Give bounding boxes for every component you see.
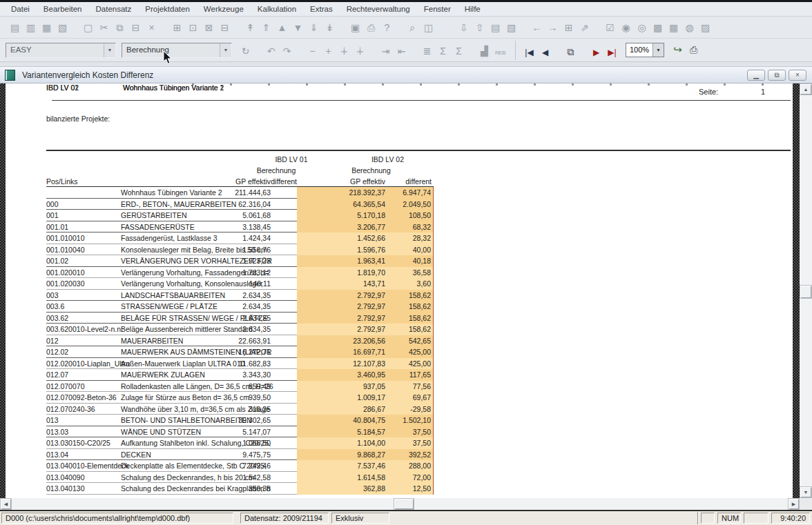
- menu-item[interactable]: Extras: [303, 3, 340, 14]
- profile-combobox[interactable]: EASY ▼: [6, 43, 116, 58]
- separator[interactable]: [338, 20, 347, 35]
- indent-right-icon[interactable]: ⇥: [378, 43, 394, 59]
- add-sub-icon[interactable]: ∔: [336, 43, 352, 59]
- report-edit-icon[interactable]: ▧: [503, 20, 519, 35]
- tools-icon[interactable]: ▨: [697, 20, 713, 35]
- chevron-down-icon[interactable]: ▼: [104, 43, 115, 57]
- indent-left-icon[interactable]: ⇤: [394, 43, 409, 59]
- go-up-icon[interactable]: ▲: [274, 20, 290, 35]
- subtotal-icon[interactable]: Ʃ: [435, 43, 451, 59]
- sum-icon[interactable]: Σ: [451, 43, 467, 59]
- separator[interactable]: [519, 20, 529, 35]
- chevron-down-icon[interactable]: ▼: [220, 43, 231, 57]
- menu-item[interactable]: Kalkulation: [251, 3, 303, 14]
- mode-combobox[interactable]: Berechnung ▼: [122, 43, 232, 58]
- report-add-icon[interactable]: ▤: [487, 20, 503, 35]
- separator[interactable]: [553, 40, 563, 55]
- separator[interactable]: [70, 20, 80, 35]
- vertical-scroll-thumb[interactable]: [800, 285, 812, 299]
- view-doc-icon[interactable]: ▩: [650, 20, 666, 35]
- help-icon[interactable]: ?: [379, 20, 395, 35]
- view-table-icon[interactable]: ▦: [666, 20, 682, 35]
- image-icon[interactable]: ▦: [39, 20, 55, 35]
- separator[interactable]: [467, 39, 476, 55]
- separator[interactable]: [436, 20, 446, 35]
- open-layout-icon[interactable]: ↻: [238, 43, 253, 59]
- close-icon[interactable]: ×: [789, 70, 806, 81]
- new-document-icon[interactable]: ▢: [80, 20, 96, 35]
- menu-item[interactable]: Datensatz: [88, 3, 138, 14]
- menu-item[interactable]: Datei: [4, 3, 37, 14]
- scroll-right-icon[interactable]: ▶: [788, 498, 800, 510]
- separator[interactable]: [295, 39, 304, 55]
- menu-item[interactable]: Projektdaten: [138, 3, 197, 14]
- print-report-icon[interactable]: ▤: [7, 20, 23, 35]
- search-icon[interactable]: ⌕: [405, 20, 420, 35]
- split-view-icon[interactable]: ◫: [420, 20, 436, 35]
- undo-icon[interactable]: ↶: [263, 43, 279, 59]
- go-last-icon[interactable]: ↡: [322, 20, 338, 35]
- zoom-combobox[interactable]: 100% ▼: [626, 43, 664, 57]
- separator[interactable]: [592, 20, 602, 35]
- reb-icon[interactable]: REB: [492, 46, 508, 61]
- menu-item[interactable]: Fenster: [417, 3, 458, 14]
- scroll-down-icon[interactable]: ▼: [800, 486, 812, 498]
- redo-icon[interactable]: ↷: [279, 43, 295, 59]
- separator[interactable]: [395, 20, 405, 35]
- minimize-icon[interactable]: ▁: [747, 70, 765, 81]
- back-icon[interactable]: ←: [529, 20, 545, 35]
- menu-item[interactable]: Werkzeuge: [197, 3, 251, 14]
- go-down-fast-icon[interactable]: ⇓: [306, 20, 322, 35]
- scroll-up-icon[interactable]: ▲: [800, 83, 812, 95]
- go-down-icon[interactable]: ▼: [290, 20, 306, 35]
- run-to-end-icon[interactable]: ▶|: [604, 45, 620, 60]
- properties-icon[interactable]: ▣: [347, 20, 363, 35]
- exit-icon[interactable]: ↪: [670, 42, 686, 57]
- tiles-icon[interactable]: ⊞: [561, 20, 577, 35]
- nav-first-icon[interactable]: |◀: [521, 45, 537, 60]
- separator[interactable]: [409, 39, 419, 55]
- import-icon[interactable]: ⇩: [456, 20, 472, 35]
- page-preview-icon[interactable]: ▥: [23, 20, 39, 35]
- horizontal-scrollbar[interactable]: ◀ ▶: [0, 498, 800, 510]
- go-first-icon[interactable]: ↟: [242, 20, 258, 35]
- chart-icon[interactable]: ▟: [476, 43, 492, 59]
- search-all-icon[interactable]: ◍: [682, 20, 697, 35]
- separator[interactable]: [233, 20, 242, 35]
- copy-record-icon[interactable]: ⧉: [563, 45, 579, 60]
- export-icon[interactable]: ⇧: [472, 20, 487, 35]
- add-multi-icon[interactable]: ∔: [352, 43, 368, 59]
- separator[interactable]: [446, 20, 456, 35]
- run-icon[interactable]: ▶: [588, 45, 604, 60]
- search-record-icon[interactable]: ◎: [634, 20, 650, 35]
- list-icon[interactable]: ≣: [419, 43, 435, 59]
- insert-element-icon[interactable]: ⊡: [185, 20, 201, 35]
- menu-item[interactable]: Hilfe: [458, 3, 487, 14]
- separator[interactable]: [579, 40, 588, 55]
- chevron-down-icon[interactable]: ▼: [652, 43, 664, 57]
- check-data-icon[interactable]: ☑: [602, 20, 618, 35]
- print-icon[interactable]: ⎙: [363, 20, 379, 35]
- go-up-fast-icon[interactable]: ⇑: [258, 20, 274, 35]
- separator[interactable]: [160, 20, 169, 35]
- catalog-icon[interactable]: ▧: [55, 20, 70, 35]
- cut-icon[interactable]: ✂: [96, 20, 112, 35]
- separator[interactable]: [368, 39, 378, 55]
- forward-icon[interactable]: →: [545, 20, 561, 35]
- print-active-icon[interactable]: ⎙: [686, 43, 702, 58]
- insert-sub-icon[interactable]: ⊠: [201, 20, 217, 35]
- delete-icon[interactable]: ×: [144, 20, 160, 35]
- copy-icon[interactable]: ⧉: [112, 20, 128, 35]
- menu-item[interactable]: Bearbeiten: [37, 3, 89, 14]
- paste-icon[interactable]: ⊟: [128, 20, 144, 35]
- insert-list-icon[interactable]: ⊟: [217, 20, 233, 35]
- send-icon[interactable]: ⇗: [577, 20, 592, 35]
- separator[interactable]: [253, 39, 263, 55]
- remove-icon[interactable]: −: [304, 43, 320, 59]
- search-project-icon[interactable]: ◉: [618, 20, 634, 35]
- insert-position-icon[interactable]: ⊞: [169, 20, 185, 35]
- document-window-titlebar[interactable]: Variantenvergleich Kosten Differenz ▁⧉×: [0, 67, 812, 83]
- nav-prev-icon[interactable]: ◀: [537, 45, 553, 60]
- add-icon[interactable]: +: [320, 43, 336, 59]
- horizontal-scroll-thumb[interactable]: [394, 498, 414, 510]
